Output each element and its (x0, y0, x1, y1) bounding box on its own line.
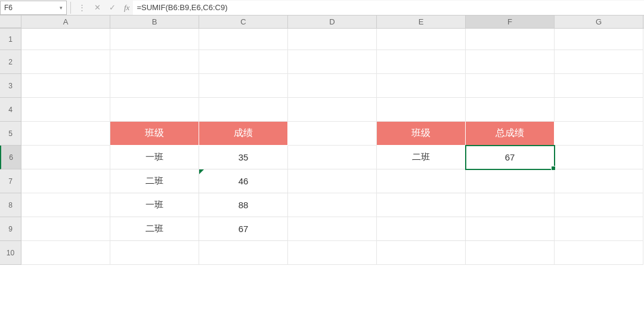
dropdown-icon[interactable]: ▾ (60, 5, 63, 11)
cell-A5[interactable] (21, 122, 110, 146)
cell-A9[interactable] (21, 217, 110, 241)
cell-G9[interactable] (555, 217, 643, 241)
row-header-10[interactable]: 10 (0, 241, 21, 265)
cell-E5[interactable]: 班级 (377, 122, 466, 146)
row-header-9[interactable]: 9 (0, 217, 21, 241)
cell-A2[interactable] (21, 50, 110, 74)
col-header-C[interactable]: C (199, 16, 288, 28)
col-header-A[interactable]: A (21, 16, 110, 28)
cell-D8[interactable] (288, 193, 377, 217)
cell-E7[interactable] (377, 169, 466, 193)
select-all-corner[interactable] (0, 16, 21, 28)
cell-D4[interactable] (288, 98, 377, 122)
col-header-E[interactable]: E (377, 16, 466, 28)
cell-B7[interactable]: 二班 (110, 169, 199, 193)
cell-B4[interactable] (110, 98, 199, 122)
cell-A1[interactable] (21, 29, 110, 50)
cell-B8[interactable]: 一班 (110, 193, 199, 217)
cell-G7[interactable] (555, 169, 643, 193)
cell-F3[interactable] (466, 74, 555, 98)
col-header-G[interactable]: G (555, 16, 643, 28)
cell-B6[interactable]: 一班 (110, 146, 199, 169)
row-header-1[interactable]: 1 (0, 29, 21, 50)
cell-B9[interactable]: 二班 (110, 217, 199, 241)
row-6: 6 一班 35 二班 67 (0, 146, 644, 169)
cell-E4[interactable] (377, 98, 466, 122)
row-1: 1 (0, 29, 644, 50)
cell-C4[interactable] (199, 98, 288, 122)
cell-B2[interactable] (110, 50, 199, 74)
cell-A7[interactable] (21, 169, 110, 193)
row-header-2[interactable]: 2 (0, 50, 21, 74)
cell-E9[interactable] (377, 217, 466, 241)
cell-G3[interactable] (555, 74, 643, 98)
cell-F7[interactable] (466, 169, 555, 193)
cell-G10[interactable] (555, 241, 643, 265)
cancel-icon[interactable]: ✕ (94, 3, 101, 12)
col-header-B[interactable]: B (110, 16, 199, 28)
cell-G4[interactable] (555, 98, 643, 122)
row-header-5[interactable]: 5 (0, 122, 21, 146)
cell-E3[interactable] (377, 74, 466, 98)
cell-E6[interactable]: 二班 (377, 146, 466, 169)
row-header-7[interactable]: 7 (0, 169, 21, 193)
row-header-8[interactable]: 8 (0, 193, 21, 217)
cell-C3[interactable] (199, 74, 288, 98)
cell-E10[interactable] (377, 241, 466, 265)
col-header-F[interactable]: F (466, 16, 555, 28)
cell-F10[interactable] (466, 241, 555, 265)
cell-D3[interactable] (288, 74, 377, 98)
cell-B3[interactable] (110, 74, 199, 98)
cell-C2[interactable] (199, 50, 288, 74)
cell-F5[interactable]: 总成绩 (466, 122, 555, 146)
cell-E2[interactable] (377, 50, 466, 74)
cell-E8[interactable] (377, 193, 466, 217)
name-box[interactable]: F6 ▾ (0, 1, 67, 15)
cell-F6[interactable]: 67 (466, 146, 555, 169)
cell-B5[interactable]: 班级 (110, 122, 199, 146)
cell-G2[interactable] (555, 50, 643, 74)
formula-bar: F6 ▾ ⋮ ✕ ✓ fx (0, 0, 644, 16)
cell-F8[interactable] (466, 193, 555, 217)
cell-C1[interactable] (199, 29, 288, 50)
cell-A8[interactable] (21, 193, 110, 217)
formula-input[interactable] (133, 1, 644, 15)
cell-G1[interactable] (555, 29, 643, 50)
cell-C9[interactable]: 67 (199, 217, 288, 241)
fx-icon[interactable]: fx (124, 3, 129, 13)
cell-F2[interactable] (466, 50, 555, 74)
row-header-6[interactable]: 6 (0, 146, 21, 169)
cell-D1[interactable] (288, 29, 377, 50)
cell-B10[interactable] (110, 241, 199, 265)
dots-icon[interactable]: ⋮ (78, 3, 86, 12)
cell-C5[interactable]: 成绩 (199, 122, 288, 146)
formula-icons: ⋮ ✕ ✓ fx (75, 3, 133, 13)
cell-E1[interactable] (377, 29, 466, 50)
cell-D9[interactable] (288, 217, 377, 241)
cell-C7[interactable]: 46 (199, 169, 288, 193)
row-header-3[interactable]: 3 (0, 74, 21, 98)
row-header-4[interactable]: 4 (0, 98, 21, 122)
cell-D6[interactable] (288, 146, 377, 169)
cell-B1[interactable] (110, 29, 199, 50)
cell-A3[interactable] (21, 74, 110, 98)
cell-A4[interactable] (21, 98, 110, 122)
cell-F9[interactable] (466, 217, 555, 241)
cell-A6[interactable] (21, 146, 110, 169)
confirm-icon[interactable]: ✓ (109, 3, 116, 12)
cell-F4[interactable] (466, 98, 555, 122)
cell-G6[interactable] (555, 146, 643, 169)
cell-C10[interactable] (199, 241, 288, 265)
cell-A10[interactable] (21, 241, 110, 265)
cell-D10[interactable] (288, 241, 377, 265)
cell-D2[interactable] (288, 50, 377, 74)
spreadsheet-grid[interactable]: A B C D E F G 1 2 3 4 (0, 16, 644, 315)
col-header-D[interactable]: D (288, 16, 377, 28)
cell-D5[interactable] (288, 122, 377, 146)
cell-C8[interactable]: 88 (199, 193, 288, 217)
cell-F1[interactable] (466, 29, 555, 50)
cell-C6[interactable]: 35 (199, 146, 288, 169)
cell-G5[interactable] (555, 122, 643, 146)
cell-D7[interactable] (288, 169, 377, 193)
cell-G8[interactable] (555, 193, 643, 217)
